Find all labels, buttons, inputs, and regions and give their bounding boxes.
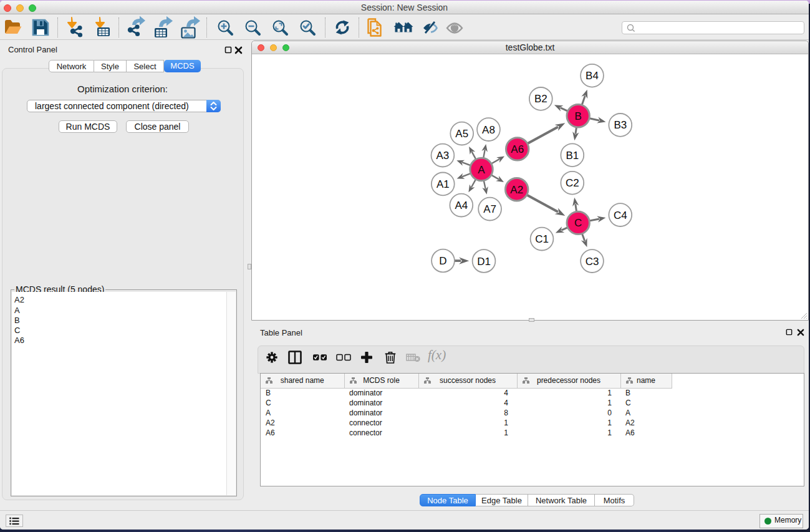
svg-text:A1: A1: [436, 178, 450, 190]
svg-text:A3: A3: [436, 150, 450, 162]
svg-text:A4: A4: [455, 200, 468, 211]
svg-text:C3: C3: [586, 256, 599, 268]
svg-text:A: A: [478, 164, 485, 176]
svg-text:B: B: [575, 110, 582, 122]
svg-text:D: D: [439, 255, 446, 267]
svg-text:A8: A8: [482, 124, 495, 136]
svg-text:C: C: [574, 217, 582, 229]
svg-text:C4: C4: [614, 210, 627, 221]
svg-text:C1: C1: [535, 233, 549, 245]
svg-text:D1: D1: [477, 256, 491, 268]
svg-text:C2: C2: [566, 177, 579, 189]
svg-text:A6: A6: [511, 143, 524, 155]
svg-text:B3: B3: [614, 119, 627, 131]
svg-text:A5: A5: [455, 128, 468, 140]
svg-text:B2: B2: [534, 93, 547, 105]
svg-text:A7: A7: [483, 203, 496, 215]
svg-text:A2: A2: [510, 184, 523, 196]
svg-text:B4: B4: [586, 70, 599, 82]
svg-text:B1: B1: [566, 150, 579, 162]
